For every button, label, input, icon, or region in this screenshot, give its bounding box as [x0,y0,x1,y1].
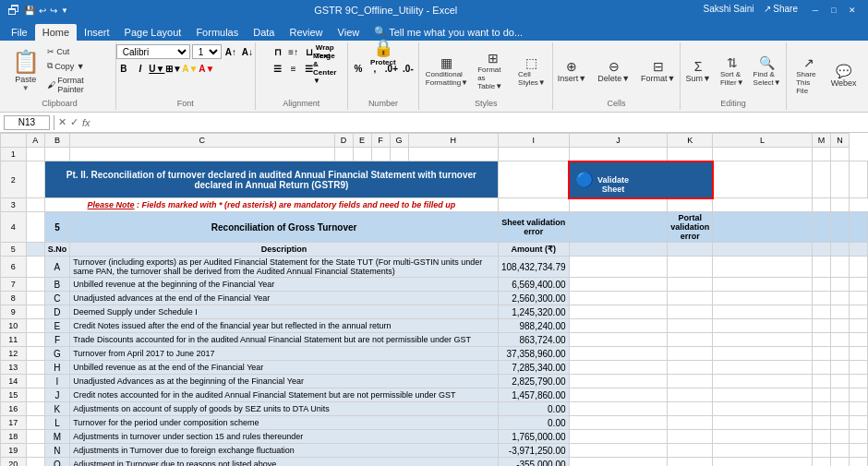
cell-i15[interactable] [569,388,668,402]
cell-k13[interactable] [713,361,813,375]
cell-i16[interactable] [569,402,668,416]
cell-b8[interactable]: C [44,292,70,305]
cell-n6[interactable] [850,257,868,278]
cell-l14[interactable] [812,375,830,388]
cell-l19[interactable] [812,444,830,458]
cell-i5[interactable] [569,243,668,257]
cell-k5[interactable] [713,243,813,257]
font-color-button[interactable]: A▼ [199,61,214,76]
cell-a13[interactable] [26,361,44,375]
cell-a9[interactable] [26,305,44,319]
col-header-b[interactable]: B [44,134,70,148]
cell-b16[interactable]: K [44,402,70,416]
cell-k17[interactable] [713,416,813,430]
cell-i2[interactable] [499,161,570,198]
cell-n17[interactable] [850,416,868,430]
font-grow-button[interactable]: A↑ [223,44,238,59]
conditional-formatting-button[interactable]: ▦ ConditionalFormatting▼ [424,54,470,89]
underline-button[interactable]: U▼ [150,61,164,76]
sheet-area[interactable]: A B C D E F G H I J K L M N 1 [0,133,868,466]
cell-e1[interactable] [353,148,371,161]
cell-n5[interactable] [850,243,868,257]
cell-m15[interactable] [830,388,849,402]
cell-j18[interactable] [668,430,713,444]
cell-b12[interactable]: G [44,347,70,361]
cell-n13[interactable] [850,361,868,375]
cell-b6[interactable]: A [44,257,70,278]
cell-a8[interactable] [26,292,44,305]
quick-access-save[interactable]: 💾 [24,6,35,16]
copy-button[interactable]: ⧉ Copy ▼ [43,59,110,73]
cell-k16[interactable] [713,402,813,416]
cell-a3[interactable] [26,198,44,212]
cell-i7[interactable] [569,278,668,292]
close-button[interactable]: ✕ [844,4,861,17]
cell-b4[interactable]: 5 [44,212,70,243]
cell-a6[interactable] [26,257,44,278]
tab-insert[interactable]: Insert [77,24,117,41]
cell-j20[interactable] [668,458,713,467]
col-header-e[interactable]: E [353,134,371,148]
cell-h8[interactable]: 2,560,300.00 [499,292,570,305]
cell-d1[interactable] [334,148,353,161]
maximize-button[interactable]: □ [826,4,842,17]
cell-n7[interactable] [850,278,868,292]
col-header-j[interactable]: J [569,134,668,148]
tab-page-layout[interactable]: Page Layout [117,24,189,41]
cell-n8[interactable] [850,292,868,305]
cell-l13[interactable] [812,361,830,375]
cell-h10[interactable]: 988,240.00 [499,319,570,333]
cell-a2[interactable] [26,161,44,198]
col-header-a[interactable]: A [26,134,44,148]
cell-i11[interactable] [569,333,668,347]
cell-l20[interactable] [812,458,830,467]
cell-j11[interactable] [668,333,713,347]
cell-k12[interactable] [713,347,813,361]
cell-k8[interactable] [713,292,813,305]
col-header-i[interactable]: I [499,134,570,148]
cell-k10[interactable] [713,319,813,333]
cell-n18[interactable] [850,430,868,444]
cell-b10[interactable]: E [44,319,70,333]
cell-k7[interactable] [713,278,813,292]
find-select-button[interactable]: 🔍 Find &Select▼ [750,54,785,89]
cell-b1[interactable] [44,148,70,161]
cell-a20[interactable] [26,458,44,467]
cell-a14[interactable] [26,375,44,388]
cell-k11[interactable] [713,333,813,347]
tab-view[interactable]: View [331,24,368,41]
cell-j12[interactable] [668,347,713,361]
cell-n19[interactable] [850,444,868,458]
cell-i6[interactable] [569,257,668,278]
cell-h13[interactable]: 7,285,340.00 [499,361,570,375]
cell-j15[interactable] [668,388,713,402]
cell-l12[interactable] [812,347,830,361]
cell-l7[interactable] [812,278,830,292]
sort-filter-button[interactable]: ⇅ Sort &Filter▼ [717,54,748,89]
cell-m9[interactable] [830,305,849,319]
cell-m7[interactable] [830,278,849,292]
cell-h14[interactable]: 2,825,790.00 [499,375,570,388]
cell-b11[interactable]: F [44,333,70,347]
font-shrink-button[interactable]: A↓ [240,44,255,59]
cell-l18[interactable] [812,430,830,444]
cell-l15[interactable] [812,388,830,402]
cell-k2[interactable] [713,161,813,198]
cell-k1[interactable] [668,148,713,161]
cell-a10[interactable] [26,319,44,333]
share-btn[interactable]: ↗ Share [764,4,798,17]
cell-h6[interactable]: 108,432,734.79 [499,257,570,278]
cell-c1[interactable] [70,148,334,161]
cell-b15[interactable]: J [44,388,70,402]
cell-a11[interactable] [26,333,44,347]
decrease-decimal-button[interactable]: .0- [401,61,416,76]
tab-formulas[interactable]: Formulas [188,24,246,41]
cell-n20[interactable] [850,458,868,467]
cancel-formula-icon[interactable]: ✕ [58,116,66,128]
cell-i3[interactable] [499,198,570,212]
cell-m14[interactable] [830,375,849,388]
cell-k14[interactable] [713,375,813,388]
col-header-d[interactable]: D [334,134,353,148]
cell-b17[interactable]: L [44,416,70,430]
cell-j16[interactable] [668,402,713,416]
